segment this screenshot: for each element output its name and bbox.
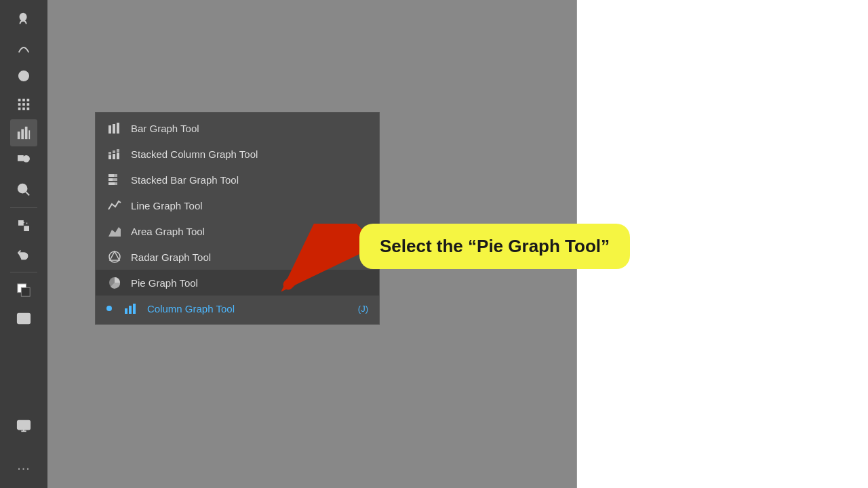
svg-rect-31 — [113, 124, 115, 134]
svg-rect-6 — [18, 103, 21, 106]
fill-stroke-selector[interactable] — [10, 277, 37, 304]
svg-rect-41 — [108, 178, 113, 181]
menu-item-radar-graph[interactable]: Radar Graph Tool — [96, 244, 379, 270]
svg-rect-9 — [18, 108, 21, 110]
svg-rect-38 — [117, 149, 119, 152]
svg-rect-42 — [113, 178, 117, 181]
zoom-tool[interactable] — [10, 176, 37, 203]
svg-rect-44 — [115, 182, 117, 185]
svg-rect-5 — [27, 99, 30, 102]
pie-graph-label: Pie Graph Tool — [131, 277, 368, 289]
svg-rect-37 — [117, 152, 119, 159]
menu-item-column-graph[interactable]: Column Graph Tool (J) — [96, 296, 379, 321]
svg-rect-14 — [25, 127, 28, 139]
svg-rect-8 — [27, 103, 30, 106]
stacked-column-graph-icon — [106, 146, 123, 162]
svg-rect-13 — [21, 129, 24, 140]
svg-rect-39 — [108, 174, 114, 177]
graph-tool-submenu: Bar Graph Tool Stacked Column Graph Tool — [95, 112, 380, 325]
stacked-bar-graph-icon — [106, 171, 123, 188]
svg-rect-32 — [117, 123, 119, 134]
svg-rect-20 — [19, 221, 23, 225]
menu-item-stacked-column-graph[interactable]: Stacked Column Graph Tool — [96, 141, 379, 167]
svg-rect-10 — [22, 108, 25, 110]
toolbar: ··· — [0, 0, 47, 488]
svg-marker-45 — [108, 227, 121, 237]
svg-rect-27 — [18, 421, 30, 430]
stacked-bar-graph-label: Stacked Bar Graph Tool — [131, 174, 368, 186]
line-graph-label: Line Graph Tool — [131, 200, 368, 211]
svg-rect-25 — [20, 316, 24, 319]
svg-point-2 — [19, 71, 29, 81]
svg-rect-50 — [129, 306, 132, 314]
svg-rect-35 — [113, 154, 115, 159]
menu-item-line-graph[interactable]: Line Graph Tool — [96, 192, 379, 218]
tooltip-text: Select the “Pie Graph Tool” — [380, 236, 610, 256]
area-graph-label: Area Graph Tool — [131, 226, 368, 237]
bar-graph-icon — [106, 120, 123, 136]
svg-rect-51 — [133, 304, 136, 314]
shape-builder-tool[interactable] — [10, 148, 37, 175]
column-graph-shortcut: (J) — [358, 304, 368, 314]
stacked-column-graph-label: Stacked Column Graph Tool — [131, 148, 368, 160]
svg-rect-43 — [108, 182, 115, 185]
radar-graph-icon — [106, 249, 123, 265]
svg-rect-15 — [28, 130, 30, 139]
menu-item-stacked-bar-graph[interactable]: Stacked Bar Graph Tool — [96, 167, 379, 192]
column-graph-label: Column Graph Tool — [147, 303, 350, 314]
radar-graph-label: Radar Graph Tool — [131, 251, 368, 263]
svg-rect-36 — [113, 150, 115, 153]
menu-item-area-graph[interactable]: Area Graph Tool — [96, 218, 379, 244]
transform-tool[interactable] — [10, 212, 37, 239]
svg-rect-30 — [108, 125, 111, 134]
svg-line-19 — [26, 192, 30, 196]
graph-tool[interactable] — [10, 119, 37, 146]
swirl-tool[interactable] — [10, 5, 37, 33]
svg-rect-3 — [18, 99, 21, 102]
svg-rect-40 — [114, 174, 117, 177]
instruction-tooltip: Select the “Pie Graph Tool” — [359, 224, 630, 269]
divider-1 — [10, 207, 37, 208]
svg-rect-16 — [18, 156, 23, 161]
area-graph-icon — [106, 223, 123, 239]
svg-rect-33 — [108, 155, 111, 159]
curve-tool[interactable] — [10, 34, 37, 61]
menu-item-bar-graph[interactable]: Bar Graph Tool — [96, 115, 379, 141]
svg-rect-7 — [22, 103, 25, 106]
svg-rect-49 — [125, 308, 127, 314]
svg-rect-11 — [27, 108, 30, 110]
menu-item-pie-graph[interactable]: Pie Graph Tool — [96, 270, 379, 296]
pie-graph-icon — [106, 274, 123, 291]
canvas-area: Bar Graph Tool Stacked Column Graph Tool — [47, 0, 868, 488]
svg-rect-12 — [18, 131, 20, 139]
screen-mode-button[interactable] — [10, 305, 37, 332]
active-indicator — [106, 306, 112, 311]
column-graph-icon — [123, 300, 139, 317]
svg-rect-21 — [24, 226, 28, 230]
svg-point-18 — [18, 184, 27, 193]
monitor-tool[interactable] — [10, 412, 37, 439]
undo-tool[interactable] — [10, 241, 37, 268]
spiral-tool[interactable] — [10, 62, 37, 89]
divider-2 — [10, 272, 37, 272]
svg-rect-4 — [22, 99, 25, 102]
svg-rect-23 — [21, 287, 30, 296]
svg-point-17 — [23, 156, 29, 162]
bar-graph-label: Bar Graph Tool — [131, 123, 368, 134]
more-button[interactable]: ··· — [10, 454, 37, 481]
grid-tool[interactable] — [10, 91, 37, 118]
line-graph-icon — [106, 197, 123, 214]
svg-rect-34 — [108, 152, 111, 155]
